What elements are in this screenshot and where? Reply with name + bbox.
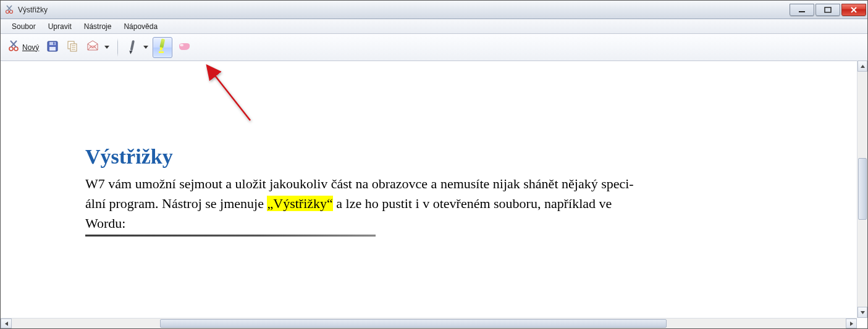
svg-rect-5 xyxy=(825,7,831,12)
window-controls xyxy=(790,4,866,16)
horizontal-scroll-track[interactable] xyxy=(12,319,846,328)
svg-point-8 xyxy=(9,47,13,51)
scroll-left-button[interactable] xyxy=(1,319,12,328)
snip-canvas[interactable]: Výstřižky W7 vám umožní sejmout a uložit… xyxy=(1,61,867,318)
menu-soubor[interactable]: Soubor xyxy=(6,20,42,33)
svg-marker-29 xyxy=(861,311,865,314)
pen-icon xyxy=(126,38,138,57)
maximize-button[interactable] xyxy=(815,4,840,16)
svg-rect-15 xyxy=(53,43,55,45)
svg-rect-24 xyxy=(160,38,166,48)
captured-document: Výstřižky W7 vám umožní sejmout a uložit… xyxy=(1,61,708,236)
app-icon xyxy=(4,5,14,15)
copy-icon xyxy=(66,40,78,54)
svg-point-9 xyxy=(14,47,18,51)
doc-highlighted-text: „Výstřižky“ xyxy=(267,196,332,211)
pen-button[interactable] xyxy=(123,37,151,58)
svg-marker-23 xyxy=(129,50,133,54)
toolbar-group-main: Nový xyxy=(4,37,112,58)
envelope-icon xyxy=(86,40,99,54)
svg-point-1 xyxy=(10,10,13,13)
save-button[interactable] xyxy=(43,37,62,58)
doc-line-1: W7 vám umožní sejmout a uložit jakoukoli… xyxy=(85,174,634,194)
vertical-scroll-thumb[interactable] xyxy=(858,158,867,220)
svg-rect-22 xyxy=(130,40,135,51)
window-title: Výstřižky xyxy=(18,6,790,14)
menu-napoveda[interactable]: Nápověda xyxy=(117,20,164,33)
doc-heading: Výstřižky xyxy=(85,141,634,172)
svg-point-21 xyxy=(89,45,96,49)
chevron-down-icon[interactable] xyxy=(143,46,148,49)
scroll-right-button[interactable] xyxy=(846,319,857,328)
eraser-icon xyxy=(177,40,192,54)
scroll-up-button[interactable] xyxy=(857,60,867,72)
vertical-scrollbar[interactable] xyxy=(857,60,867,318)
svg-marker-30 xyxy=(5,322,8,326)
copy-button[interactable] xyxy=(63,37,82,58)
toolbar-group-annotate xyxy=(123,37,195,58)
new-snip-label: Nový xyxy=(22,43,39,52)
doc-line-2b: a lze ho pustit i v otevřeném souboru, n… xyxy=(333,196,612,211)
new-snip-button[interactable]: Nový xyxy=(4,37,42,58)
svg-rect-14 xyxy=(49,47,56,51)
svg-rect-25 xyxy=(160,47,163,51)
minimize-button[interactable] xyxy=(790,4,814,16)
svg-marker-31 xyxy=(850,322,853,326)
vertical-scroll-track[interactable] xyxy=(857,72,867,307)
doc-line-2a: ální program. Nástroj se jmenuje xyxy=(85,196,267,211)
menu-nastroje[interactable]: Nástroje xyxy=(78,20,118,33)
scroll-down-button[interactable] xyxy=(857,307,867,318)
doc-line-3: Wordu: xyxy=(85,214,634,233)
svg-rect-26 xyxy=(159,51,164,53)
highlighter-button[interactable] xyxy=(153,37,172,58)
doc-separator-rule xyxy=(85,235,376,236)
highlighter-icon xyxy=(156,38,169,57)
doc-line-2: ální program. Nástroj se jmenuje „Výstři… xyxy=(85,194,634,214)
horizontal-scrollbar[interactable] xyxy=(1,318,857,328)
floppy-disk-icon xyxy=(46,40,59,54)
svg-point-0 xyxy=(6,10,9,13)
close-button[interactable] xyxy=(841,4,866,16)
svg-point-27 xyxy=(180,44,183,46)
titlebar: Výstřižky xyxy=(1,1,867,19)
menubar: Soubor Upravit Nástroje Nápověda xyxy=(1,19,867,34)
svg-marker-28 xyxy=(861,65,865,68)
svg-rect-4 xyxy=(799,11,805,12)
toolbar: Nový xyxy=(1,34,867,61)
toolbar-separator xyxy=(117,38,118,57)
horizontal-scroll-thumb[interactable] xyxy=(160,319,667,328)
scissors-icon xyxy=(7,40,20,54)
eraser-button[interactable] xyxy=(174,37,195,58)
menu-upravit[interactable]: Upravit xyxy=(42,20,78,33)
chevron-down-icon[interactable] xyxy=(104,46,109,49)
send-button[interactable] xyxy=(83,37,112,58)
